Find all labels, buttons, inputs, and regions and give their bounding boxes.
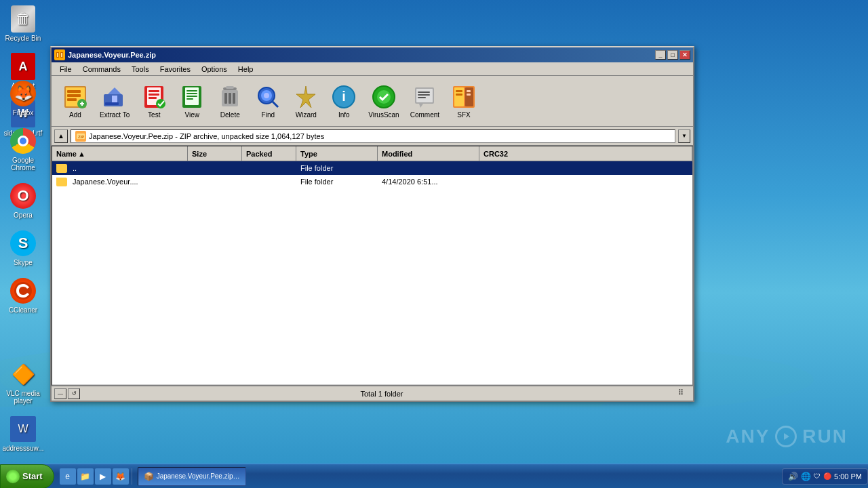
add-icon <box>62 84 88 110</box>
svg-rect-56 <box>456 90 462 92</box>
col-header-name[interactable]: Name ▲ <box>52 146 188 161</box>
vlc-desktop-icon[interactable]: 🔶 VLC media player <box>0 355 46 410</box>
svg-rect-6 <box>57 53 58 57</box>
toolbar-wizard-button[interactable]: Wizard <box>288 81 324 122</box>
toolbar-view-button[interactable]: View <box>174 81 210 122</box>
svg-text:ZIP: ZIP <box>78 135 84 139</box>
address-dropdown-button[interactable]: ▼ <box>678 129 690 143</box>
menu-bar: File Commands Tools Favorites Options He… <box>52 62 693 76</box>
firefox-desktop-icon[interactable]: 🦊 Firefox <box>0 75 46 122</box>
file-crc32-parent <box>479 167 692 169</box>
svg-rect-29 <box>186 93 197 94</box>
file-row-parent[interactable]: .. File folder <box>52 161 692 175</box>
col-header-crc32[interactable]: CRC32 <box>479 146 692 161</box>
col-header-modified[interactable]: Modified <box>378 146 479 161</box>
systray-volume-icon[interactable]: 🔊 <box>788 472 798 481</box>
svg-rect-50 <box>418 94 430 96</box>
extract-label: Extract To <box>100 111 130 119</box>
svg-rect-11 <box>67 94 81 97</box>
maximize-button[interactable]: □ <box>667 50 678 60</box>
menu-favorites[interactable]: Favorites <box>155 64 196 75</box>
systray-windefender-icon[interactable]: 🔴 <box>823 472 831 480</box>
menu-options[interactable]: Options <box>196 64 233 75</box>
ccleaner-desktop-icon[interactable]: CCleaner <box>0 272 46 319</box>
status-bar: — ↺ Total 1 folder ⠿ <box>52 386 693 401</box>
toolbar-virusscan-button[interactable]: VirusScan <box>363 81 403 122</box>
comment-icon <box>412 84 437 110</box>
start-button[interactable]: Start <box>0 464 54 489</box>
svg-rect-58 <box>467 90 471 92</box>
toolbar-test-button[interactable]: Test <box>136 81 172 122</box>
mediaplayer-quicklaunch-icon[interactable]: ▶ <box>95 468 111 485</box>
toolbar-info-button[interactable]: i Info <box>326 81 362 122</box>
addressbook-desktop-icon[interactable]: W addresssuw... <box>0 410 46 458</box>
systray: 🔊 🌐 🛡 🔴 5:00 PM <box>782 468 868 485</box>
file-size-japanese <box>188 180 242 183</box>
svg-rect-30 <box>186 96 197 97</box>
virusscan-icon <box>371 84 397 110</box>
chrome-desktop-icon[interactable]: Google Chrome <box>0 122 46 177</box>
address-text: Japanese.Voyeur.Pee.zip - ZIP archive, u… <box>89 132 324 140</box>
file-modified-japanese: 4/14/2020 6:51... <box>378 176 479 187</box>
toolbar-comment-button[interactable]: Comment <box>406 81 444 122</box>
clock-display[interactable]: 5:00 PM <box>834 472 862 481</box>
systray-network-icon[interactable]: 🌐 <box>801 472 811 481</box>
address-input: ZIP Japanese.Voyeur.Pee.zip - ZIP archiv… <box>71 129 675 143</box>
explorer-quicklaunch-icon[interactable]: 📁 <box>77 468 94 485</box>
col-header-packed[interactable]: Packed <box>242 146 296 161</box>
menu-file[interactable]: File <box>54 64 77 75</box>
svg-rect-33 <box>226 86 234 89</box>
status-left-icons: — ↺ <box>54 388 80 399</box>
test-icon <box>141 84 167 110</box>
toolbar-sfx-button[interactable]: SFX <box>446 81 482 122</box>
col-header-size[interactable]: Size <box>188 146 242 161</box>
status-icon-1[interactable]: — <box>54 388 66 399</box>
file-modified-parent <box>378 167 479 169</box>
up-button[interactable]: ▲ <box>54 129 68 143</box>
status-text: Total 1 folder <box>85 390 678 398</box>
extract-icon <box>102 84 127 110</box>
desktop-bottom-icons: 🔶 VLC media player W addresssuw... <box>0 355 47 458</box>
svg-marker-42 <box>296 86 315 108</box>
view-label: View <box>185 111 200 119</box>
opera-desktop-icon[interactable]: O Opera <box>0 177 46 224</box>
svg-rect-49 <box>418 92 430 93</box>
winrar-title-icon <box>54 49 65 60</box>
svg-rect-10 <box>67 90 81 93</box>
svg-point-25 <box>156 99 165 108</box>
minimize-button[interactable]: _ <box>655 50 666 60</box>
status-icon-2[interactable]: ↺ <box>68 388 80 399</box>
close-button[interactable]: ✕ <box>679 50 690 60</box>
firefox-quicklaunch-icon[interactable]: 🦊 <box>113 468 129 485</box>
file-size-parent <box>188 167 242 169</box>
start-orb-icon <box>6 470 20 483</box>
file-type-japanese: File folder <box>296 176 378 187</box>
file-name-parent: .. <box>52 163 188 174</box>
toolbar-find-button[interactable]: Find <box>250 81 286 122</box>
menu-commands[interactable]: Commands <box>77 64 126 75</box>
toolbar-extract-button[interactable]: Extract To <box>95 81 134 122</box>
systray-security-icon[interactable]: 🛡 <box>814 472 821 480</box>
menu-help[interactable]: Help <box>233 64 259 75</box>
svg-rect-35 <box>224 93 227 104</box>
toolbar-delete-button[interactable]: Delete <box>212 81 248 122</box>
recycle-bin-icon[interactable]: 🗑 Recycle Bin <box>0 0 46 47</box>
find-label: Find <box>262 111 275 119</box>
ie-quicklaunch-icon[interactable]: e <box>60 468 76 485</box>
svg-rect-31 <box>186 98 193 100</box>
wizard-icon <box>293 84 319 110</box>
file-packed-japanese <box>242 180 296 183</box>
col-header-type[interactable]: Type <box>296 146 378 161</box>
toolbar-add-button[interactable]: Add <box>57 81 94 122</box>
svg-point-40 <box>264 93 269 98</box>
taskbar-items: 📦 Japanese.Voyeur.Pee.zip - WinRAR <box>135 467 782 486</box>
svg-rect-51 <box>418 97 426 98</box>
file-row-japanese[interactable]: Japanese.Voyeur.... File folder 4/14/202… <box>52 175 692 188</box>
taskbar-winrar-item[interactable]: 📦 Japanese.Voyeur.Pee.zip - WinRAR <box>138 467 246 486</box>
svg-rect-23 <box>149 94 159 96</box>
skype-desktop-icon[interactable]: S Skype <box>0 224 46 272</box>
file-crc32-japanese <box>479 180 692 183</box>
menu-tools[interactable]: Tools <box>126 64 155 75</box>
title-bar: Japanese.Voyeur.Pee.zip _ □ ✕ <box>52 47 693 62</box>
svg-rect-28 <box>186 90 197 92</box>
